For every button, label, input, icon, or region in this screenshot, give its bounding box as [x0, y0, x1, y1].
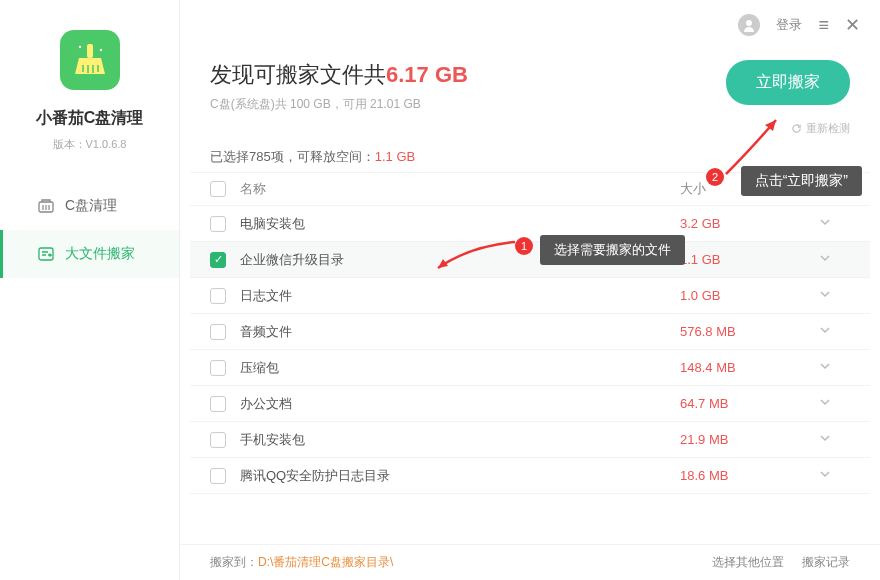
row-size: 3.2 GB	[680, 216, 800, 231]
menu-icon[interactable]: ≡	[818, 15, 829, 36]
row-checkbox[interactable]	[210, 324, 226, 340]
dest-label: 搬家到：	[210, 554, 258, 571]
annotation-badge-1: 1	[515, 237, 533, 255]
file-table: 名称 大小 操作 电脑安装包3.2 GB✓企业微信升级目录1.1 GB日志文件1…	[190, 172, 870, 544]
row-expand[interactable]	[800, 252, 850, 267]
header-title-size: 6.17 GB	[386, 62, 468, 87]
table-row[interactable]: 电脑安装包3.2 GB	[190, 206, 870, 242]
header-left: 发现可搬家文件共6.17 GB C盘(系统盘)共 100 GB，可用 21.01…	[210, 60, 726, 113]
header-subtitle: C盘(系统盘)共 100 GB，可用 21.01 GB	[210, 96, 726, 113]
row-name: 手机安装包	[240, 431, 680, 449]
row-expand[interactable]	[800, 468, 850, 483]
row-expand[interactable]	[800, 360, 850, 375]
main-panel: 登录 ≡ ✕ 发现可搬家文件共6.17 GB C盘(系统盘)共 100 GB，可…	[180, 0, 880, 580]
row-size: 21.9 MB	[680, 432, 800, 447]
app-logo	[60, 30, 120, 90]
chevron-down-icon	[819, 216, 831, 228]
chevron-down-icon	[819, 468, 831, 480]
header-title: 发现可搬家文件共6.17 GB	[210, 60, 726, 90]
row-expand[interactable]	[800, 396, 850, 411]
row-size: 18.6 MB	[680, 468, 800, 483]
dest-path[interactable]: D:\番茄清理C盘搬家目录\	[258, 554, 393, 571]
table-row[interactable]: 办公文档64.7 MB	[190, 386, 870, 422]
row-name: 电脑安装包	[240, 215, 680, 233]
refresh-icon	[791, 123, 802, 134]
row-name: 压缩包	[240, 359, 680, 377]
login-link[interactable]: 登录	[776, 16, 802, 34]
titlebar: 登录 ≡ ✕	[180, 0, 880, 50]
row-checkbox[interactable]	[210, 288, 226, 304]
move-history[interactable]: 搬家记录	[802, 554, 850, 571]
row-expand[interactable]	[800, 432, 850, 447]
chevron-down-icon	[819, 288, 831, 300]
row-size: 148.4 MB	[680, 360, 800, 375]
nav: C盘清理 大文件搬家	[0, 182, 179, 278]
row-size: 1.0 GB	[680, 288, 800, 303]
app-root: 小番茄C盘清理 版本：V1.0.6.8 C盘清理 大文件搬家 登录 ≡	[0, 0, 880, 580]
chevron-down-icon	[819, 252, 831, 264]
row-size: 1.1 GB	[680, 252, 800, 267]
table-row[interactable]: 日志文件1.0 GB	[190, 278, 870, 314]
rescan-label: 重新检测	[806, 121, 850, 136]
user-icon	[742, 18, 756, 32]
footer: 搬家到： D:\番茄清理C盘搬家目录\ 选择其他位置 搬家记录	[180, 544, 880, 580]
row-checkbox[interactable]	[210, 432, 226, 448]
row-expand[interactable]	[800, 324, 850, 339]
chevron-down-icon	[819, 360, 831, 372]
row-name: 腾讯QQ安全防护日志目录	[240, 467, 680, 485]
rescan-link[interactable]: 重新检测	[180, 121, 880, 136]
table-row[interactable]: 腾讯QQ安全防护日志目录18.6 MB	[190, 458, 870, 494]
chevron-down-icon	[819, 432, 831, 444]
row-name: 日志文件	[240, 287, 680, 305]
row-name: 办公文档	[240, 395, 680, 413]
annotation-tooltip-1: 选择需要搬家的文件	[540, 235, 685, 265]
broom-icon	[71, 41, 109, 79]
row-size: 576.8 MB	[680, 324, 800, 339]
chevron-down-icon	[819, 396, 831, 408]
choose-other-location[interactable]: 选择其他位置	[712, 554, 784, 571]
nav-label: C盘清理	[65, 197, 117, 215]
svg-rect-0	[87, 44, 93, 58]
annotation-badge-2: 2	[706, 168, 724, 186]
sidebar: 小番茄C盘清理 版本：V1.0.6.8 C盘清理 大文件搬家	[0, 0, 180, 580]
row-checkbox[interactable]	[210, 396, 226, 412]
row-expand[interactable]	[800, 288, 850, 303]
disk-clean-icon	[37, 197, 55, 215]
header: 发现可搬家文件共6.17 GB C盘(系统盘)共 100 GB，可用 21.01…	[180, 50, 880, 113]
svg-point-1	[78, 46, 80, 48]
chevron-down-icon	[819, 324, 831, 336]
move-now-button[interactable]: 立即搬家	[726, 60, 850, 105]
table-row[interactable]: 音频文件576.8 MB	[190, 314, 870, 350]
annotation-tooltip-2: 点击“立即搬家”	[741, 166, 862, 196]
table-row[interactable]: 压缩包148.4 MB	[190, 350, 870, 386]
nav-item-move-files[interactable]: 大文件搬家	[0, 230, 179, 278]
select-all-checkbox[interactable]	[210, 181, 226, 197]
nav-item-disk-clean[interactable]: C盘清理	[0, 182, 179, 230]
app-title: 小番茄C盘清理	[36, 108, 144, 129]
move-file-icon	[37, 245, 55, 263]
col-header-name: 名称	[240, 180, 680, 198]
svg-point-5	[746, 20, 752, 26]
app-version: 版本：V1.0.6.8	[53, 137, 127, 152]
status-prefix: 已选择785项，可释放空间：	[210, 149, 375, 164]
row-name: 音频文件	[240, 323, 680, 341]
avatar[interactable]	[738, 14, 760, 36]
status-value: 1.1 GB	[375, 149, 415, 164]
row-checkbox[interactable]	[210, 360, 226, 376]
header-title-prefix: 发现可搬家文件共	[210, 62, 386, 87]
row-checkbox[interactable]	[210, 216, 226, 232]
table-row[interactable]: 手机安装包21.9 MB	[190, 422, 870, 458]
close-icon[interactable]: ✕	[845, 14, 860, 36]
row-checkbox[interactable]: ✓	[210, 252, 226, 268]
nav-label: 大文件搬家	[65, 245, 135, 263]
row-expand[interactable]	[800, 216, 850, 231]
row-size: 64.7 MB	[680, 396, 800, 411]
svg-point-2	[99, 49, 101, 51]
row-checkbox[interactable]	[210, 468, 226, 484]
